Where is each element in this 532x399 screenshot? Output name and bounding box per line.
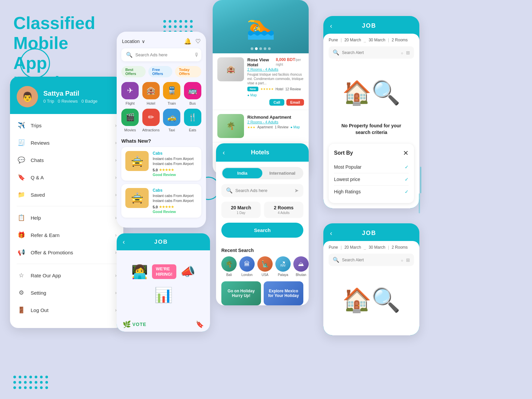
news-content-1: Cabs Instant cabs From AirportInstant ca… — [153, 151, 197, 177]
hero-pool-image: 🏊 — [213, 0, 309, 53]
cat-movies[interactable]: 🎬 Movies — [121, 109, 139, 132]
hotel-icon: 🏨 — [142, 82, 160, 99]
tab-india[interactable]: India — [222, 168, 262, 178]
leaf-icon: 🌿 — [123, 320, 131, 328]
user-name: Sattya Patil — [43, 90, 98, 97]
sidebar-item-refer[interactable]: 🎁 Refer & Earn › — [10, 226, 123, 244]
movies-icon: 🎬 — [121, 109, 139, 126]
map-link-2[interactable]: ● Map — [290, 125, 300, 129]
stars-2: ★★★★★ — [159, 205, 174, 209]
sidebar-item-chats[interactable]: 💬 Chats › — [10, 151, 123, 169]
sidebar-item-saved[interactable]: 📁 Saved › — [10, 186, 123, 203]
job-body-bottom: Pune | 20 March _ 30 March | 2 Rooms 🔍 ⬦… — [323, 241, 419, 335]
job-back-button-top[interactable]: ‹ — [330, 22, 332, 30]
deco-circle-left — [20, 48, 50, 78]
job-search-input-bottom[interactable] — [342, 258, 398, 262]
hotel-actions: Call Email — [247, 99, 304, 106]
recent-bhutan[interactable]: ⛰ Bhutan — [293, 256, 309, 277]
search-input[interactable] — [135, 52, 191, 57]
recent-thumbs: 🌴 Bali 🏛 London 🗽 USA 🏖 Pataya ⛰ Bhutan — [221, 256, 303, 277]
settings-icon[interactable]: ⊞ — [406, 50, 410, 55]
sort-high-ratings[interactable]: High Ratings ✓ — [334, 186, 409, 198]
sidebar-item-rate[interactable]: ☆ Rate Our App › — [10, 267, 123, 284]
sidebar-item-offers[interactable]: 📢 Offer & Promotions › — [10, 244, 123, 261]
call-button[interactable]: Call — [269, 99, 284, 106]
usa-image: 🗽 — [257, 256, 273, 272]
send-icon: ➤ — [294, 187, 299, 194]
sidebar-item-trips[interactable]: ✈️ Trips › — [10, 117, 123, 134]
hotel-card-rose-view: 🏨 Rose View Hotel 8,000 BDT/per night 2 … — [213, 53, 309, 110]
sidebar-header: 👨 Sattya Patil 0 Trip 0 Reviews 0 Badge — [10, 77, 123, 114]
today-offers-chip[interactable]: Today Offers — [175, 66, 201, 77]
dot-1 — [251, 47, 253, 50]
sort-panel: Sort By ✕ Most Popular ✓ Lowest price ✓ … — [329, 144, 414, 203]
rooms-box[interactable]: 2 Rooms 4 Adults — [264, 202, 303, 218]
sidebar-item-help[interactable]: 📋 Help › — [10, 209, 123, 226]
no-property-illustration: 🏠🔍 — [329, 63, 414, 123]
megaphone-icon: 📣 — [180, 265, 195, 279]
cat-taxi[interactable]: 🚕 Taxi — [163, 109, 181, 132]
map-link-1[interactable]: ● Map — [247, 93, 257, 97]
job-img-back-button[interactable]: ‹ — [123, 238, 125, 246]
job-search-input-top[interactable] — [342, 50, 398, 55]
heart-icon[interactable]: ♡ — [195, 38, 201, 45]
cat-train[interactable]: 🚆 Train — [163, 82, 181, 105]
location-button[interactable]: Location ∨ — [122, 39, 145, 44]
hotel-search-input[interactable] — [235, 188, 292, 193]
bookmark-icon[interactable]: 🔖 — [196, 320, 204, 328]
sort-close-button[interactable]: ✕ — [403, 149, 409, 157]
sort-lowest-price[interactable]: Lowest price ✓ — [334, 173, 409, 186]
job-back-button-bottom[interactable]: ‹ — [330, 229, 332, 237]
hotel-search-bar[interactable]: 🔍 ➤ — [221, 184, 303, 197]
chart-area: 📊 — [154, 286, 173, 304]
cat-eats[interactable]: 🍴 Eats — [184, 109, 202, 132]
filter-icon[interactable]: ⬦ — [401, 50, 403, 55]
job-location-bar: Pune | 20 March _ 30 March | 2 Rooms — [329, 38, 414, 42]
news-card-1: 🚖 Cabs Instant cabs From AirportInstant … — [121, 147, 201, 181]
cat-hotel[interactable]: 🏨 Hotel — [142, 82, 160, 105]
filter-icon-bottom[interactable]: ⬦ — [401, 257, 403, 263]
best-offers-chip[interactable]: Best Offers — [121, 66, 146, 77]
cat-attractions[interactable]: ✏ Attractions — [142, 109, 160, 132]
house-illustration-bottom: 🏠🔍 — [329, 270, 414, 330]
recent-pataya[interactable]: 🏖 Pataya — [275, 256, 291, 277]
checkin-box[interactable]: 20 March 1 Day — [221, 202, 261, 218]
hiring-illustration-area: 👩‍💻 WE'REHIRING! 📣 📊 — [125, 257, 202, 310]
notification-icon[interactable]: 🔔 — [184, 38, 191, 45]
sort-most-popular[interactable]: Most Popular ✓ — [334, 161, 409, 173]
whats-new-title: Whats New? — [117, 137, 206, 147]
hotels-back-button[interactable]: ‹ — [223, 149, 225, 156]
cat-bus[interactable]: 🚌 Bus — [184, 82, 202, 105]
hotels-title: Hotels — [251, 149, 269, 156]
promo-card-1[interactable]: Go on Holiday Hurry Up! — [221, 281, 261, 305]
recent-usa[interactable]: 🗽 USA — [257, 256, 273, 277]
job-img-title: JOB — [154, 239, 168, 245]
job-hiring-panel: ‹ JOB 👩‍💻 WE'REHIRING! 📣 📊 🌿 VOTE 🔖 — [117, 233, 210, 332]
reviews-icon: 🧾 — [17, 138, 26, 147]
tab-international[interactable]: International — [262, 168, 302, 178]
settings-icon-bottom[interactable]: ⊞ — [406, 257, 410, 263]
recent-london[interactable]: 🏛 London — [239, 256, 255, 277]
house-icon: 🏠🔍 — [342, 79, 400, 106]
sidebar-item-logout[interactable]: 🚪 Log Out › — [10, 301, 123, 319]
sidebar-item-qa[interactable]: 🔖 Q & A › — [10, 169, 123, 186]
hotel-search-button[interactable]: Search — [221, 223, 303, 238]
promo-card-2[interactable]: Explore Mexico for Your Holiday — [264, 281, 303, 305]
job-search-bar-bottom[interactable]: 🔍 ⬦ ⊞ — [329, 254, 414, 266]
recent-search-section: Recent Search 🌴 Bali 🏛 London 🗽 USA 🏖 Pa… — [216, 248, 309, 281]
search-bar[interactable]: 🔍 🎙 — [121, 48, 201, 61]
job-header-bottom: ‹ JOB — [323, 223, 419, 241]
offer-chips: Best Offers Free Offers Today Offers — [117, 66, 206, 82]
cat-flight[interactable]: ✈ Flight — [121, 82, 139, 105]
recent-bali[interactable]: 🌴 Bali — [221, 256, 237, 277]
flight-icon: ✈ — [121, 82, 139, 99]
qa-icon: 🔖 — [17, 173, 26, 182]
job-search-bar-top[interactable]: 🔍 ⬦ ⊞ — [329, 46, 414, 59]
sidebar-item-reviews[interactable]: 🧾 Reviews › — [10, 134, 123, 151]
email-button[interactable]: Email — [286, 99, 304, 106]
sidebar-item-setting[interactable]: ⚙ Setting › — [10, 284, 123, 301]
hotels-search-body: India International 🔍 ➤ 20 March 1 Day 2… — [216, 162, 309, 248]
mic-icon[interactable]: 🎙 — [194, 52, 199, 58]
search-header: Location ∨ 🔔 ♡ — [117, 32, 206, 48]
free-offers-chip[interactable]: Free Offers — [148, 66, 172, 77]
